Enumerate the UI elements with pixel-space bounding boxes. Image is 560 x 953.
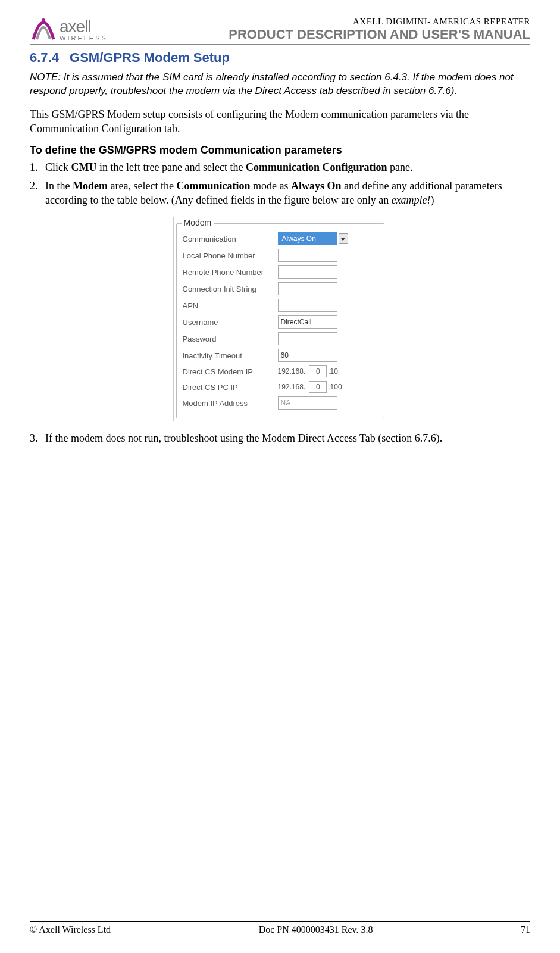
logo-company-sub: WIRELESS bbox=[60, 35, 108, 42]
step-2: In the Modem area, select the Communicat… bbox=[40, 179, 530, 208]
input-inactivity[interactable]: 60 bbox=[278, 349, 337, 362]
label-password: Password bbox=[183, 335, 278, 343]
label-username: Username bbox=[183, 318, 278, 327]
header-right: AXELL DIGIMINI- AMERICAS REPEATER PRODUC… bbox=[229, 17, 530, 42]
ip-octet-modem[interactable]: 0 bbox=[309, 365, 327, 377]
select-communication[interactable]: Always On bbox=[278, 232, 337, 245]
footer-right: 71 bbox=[521, 924, 530, 935]
logo-block: axell WIRELESS bbox=[30, 17, 108, 43]
row-conn-init: Connection Init String bbox=[183, 282, 378, 295]
logo-text: axell WIRELESS bbox=[60, 18, 108, 42]
ip-prefix-modem: 192.168. bbox=[278, 367, 306, 376]
input-local-phone[interactable] bbox=[278, 249, 337, 262]
label-local-phone: Local Phone Number bbox=[183, 251, 278, 260]
axell-logo-icon bbox=[30, 17, 57, 43]
footer-left: © Axell Wireless Ltd bbox=[30, 924, 111, 935]
input-username[interactable]: DirectCall bbox=[278, 315, 337, 329]
row-remote-phone: Remote Phone Number bbox=[183, 265, 378, 279]
page-header: axell WIRELESS AXELL DIGIMINI- AMERICAS … bbox=[30, 17, 530, 45]
label-apn: APN bbox=[183, 301, 278, 310]
label-conn-init: Connection Init String bbox=[183, 285, 278, 293]
ip-suffix-modem: .10 bbox=[328, 367, 338, 376]
label-remote-phone: Remote Phone Number bbox=[183, 268, 278, 277]
subheading: To define the GSM/GPRS modem Communicati… bbox=[30, 144, 530, 157]
section-number: 6.7.4 bbox=[30, 50, 59, 65]
intro-paragraph: This GSM/GPRS Modem setup consists of co… bbox=[30, 107, 530, 136]
row-local-phone: Local Phone Number bbox=[183, 249, 378, 262]
row-modem-ip: Modem IP Address NA bbox=[183, 396, 378, 410]
step-1: Click CMU in the left tree pane and sele… bbox=[40, 160, 530, 174]
modem-figure: Modem Communication Always On ▾ Local Ph… bbox=[173, 217, 387, 421]
section-heading: 6.7.4 GSM/GPRS Modem Setup bbox=[30, 50, 530, 65]
label-modem-ip: Modem IP Address bbox=[183, 399, 278, 408]
steps-list: Click CMU in the left tree pane and sele… bbox=[30, 160, 530, 207]
step-3: If the modem does not run, troubleshoot … bbox=[40, 431, 530, 445]
label-cs-pc-ip: Direct CS PC IP bbox=[183, 383, 278, 392]
label-communication: Communication bbox=[183, 235, 278, 243]
row-cs-modem-ip: Direct CS Modem IP 192.168. 0 .10 bbox=[183, 365, 378, 377]
row-communication: Communication Always On ▾ bbox=[183, 232, 378, 245]
section-title: GSM/GPRS Modem Setup bbox=[70, 50, 230, 65]
label-cs-modem-ip: Direct CS Modem IP bbox=[183, 367, 278, 376]
label-inactivity: Inactivity Timeout bbox=[183, 351, 278, 360]
ip-prefix-pc: 192.168. bbox=[278, 383, 306, 391]
chevron-down-icon[interactable]: ▾ bbox=[339, 233, 348, 244]
steps-list-continued: If the modem does not run, troubleshoot … bbox=[30, 431, 530, 445]
input-remote-phone[interactable] bbox=[278, 265, 337, 279]
ip-suffix-pc: .100 bbox=[328, 383, 342, 391]
ip-octet-pc[interactable]: 0 bbox=[309, 381, 327, 393]
input-password[interactable] bbox=[278, 332, 337, 345]
logo-company: axell bbox=[60, 18, 108, 35]
input-apn[interactable] bbox=[278, 299, 337, 312]
svg-point-0 bbox=[42, 18, 45, 22]
row-apn: APN bbox=[183, 299, 378, 312]
modem-fieldset: Modem Communication Always On ▾ Local Ph… bbox=[176, 223, 384, 418]
row-inactivity: Inactivity Timeout 60 bbox=[183, 349, 378, 362]
input-conn-init[interactable] bbox=[278, 282, 337, 295]
footer-center: Doc PN 4000003431 Rev. 3.8 bbox=[259, 924, 373, 935]
doc-title-large: PRODUCT DESCRIPTION AND USER'S MANUAL bbox=[229, 27, 530, 42]
row-cs-pc-ip: Direct CS PC IP 192.168. 0 .100 bbox=[183, 381, 378, 393]
note-box: NOTE: It is assumed that the SIM card is… bbox=[30, 68, 530, 101]
row-password: Password bbox=[183, 332, 378, 345]
input-modem-ip[interactable]: NA bbox=[278, 396, 337, 410]
page-footer: © Axell Wireless Ltd Doc PN 4000003431 R… bbox=[30, 921, 530, 935]
doc-title-small: AXELL DIGIMINI- AMERICAS REPEATER bbox=[229, 17, 530, 27]
modem-legend: Modem bbox=[182, 218, 214, 227]
row-username: Username DirectCall bbox=[183, 315, 378, 329]
